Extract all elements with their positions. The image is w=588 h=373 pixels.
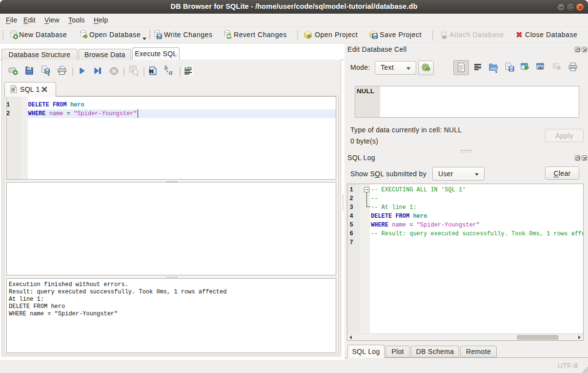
svg-text:b: b: [164, 65, 168, 71]
svg-text:a: a: [169, 68, 173, 76]
